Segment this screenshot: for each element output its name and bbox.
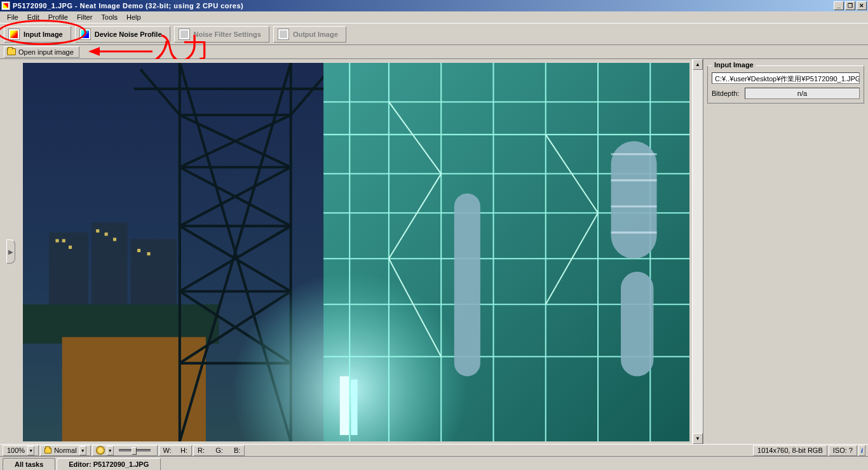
dimensions-readout: W: H: <box>159 445 192 456</box>
menu-filter[interactable]: Filter <box>72 12 97 22</box>
iso-readout: ISO: ? <box>829 445 857 456</box>
tab-input-image-label: Input Image <box>24 30 63 38</box>
bitdepth-value: n/a <box>745 88 860 99</box>
mode-icon <box>44 448 51 453</box>
input-image-group-title: Input Image <box>712 61 756 69</box>
image-viewport-wrap: ▶ <box>0 59 692 444</box>
svg-rect-35 <box>621 272 653 377</box>
zoom-value: 100% <box>7 446 25 454</box>
zoom-dropdown[interactable]: 100% ▼ <box>3 445 39 456</box>
svg-rect-42 <box>351 380 357 435</box>
svg-rect-13 <box>137 249 140 252</box>
menu-edit[interactable]: Edit <box>23 12 44 22</box>
folder-icon <box>7 48 16 55</box>
svg-rect-12 <box>113 238 116 241</box>
height-label: H: <box>180 446 187 454</box>
vertical-scrollbar[interactable]: ▲ ▼ <box>692 59 703 444</box>
annotation-arrow <box>86 43 156 60</box>
input-image-path: C:¥..¥user¥Desktop¥作業用¥P5172090_1.JPG <box>712 72 860 84</box>
output-image-icon <box>278 29 289 40</box>
scroll-up-button[interactable]: ▲ <box>693 59 703 70</box>
image-info-value: 1014x760, 8-bit RGB <box>757 446 823 454</box>
side-panel: Input Image C:¥..¥user¥Desktop¥作業用¥P5172… <box>703 59 868 444</box>
bitdepth-label: Bitdepth: <box>712 90 742 97</box>
tab-editor-label: Editor: P5172090_1.JPG <box>69 460 149 468</box>
dropdown-arrow-icon: ▼ <box>79 446 86 455</box>
svg-marker-1 <box>88 47 100 56</box>
title-bar: P5172090_1.JPG - Neat Image Demo (32-bit… <box>0 0 868 11</box>
dropdown-arrow-icon: ▼ <box>27 446 34 455</box>
device-noise-profile-icon <box>79 29 91 40</box>
menu-help[interactable]: Help <box>122 12 146 22</box>
scroll-down-button[interactable]: ▼ <box>693 433 703 444</box>
expand-side-handle[interactable]: ▶ <box>6 239 15 264</box>
main-tabs-row: Input Image Device Noise Profile Noise F… <box>0 24 868 45</box>
scroll-track[interactable] <box>693 70 703 433</box>
g-label: G: <box>215 446 223 454</box>
open-input-image-button[interactable]: Open input image <box>4 46 79 58</box>
svg-rect-4 <box>92 223 128 311</box>
image-info-readout: 1014x760, 8-bit RGB <box>753 445 827 456</box>
tab-device-noise-profile[interactable]: Device Noise Profile <box>75 26 170 43</box>
svg-rect-41 <box>340 376 349 435</box>
tab-all-tasks[interactable]: All tasks <box>3 458 55 470</box>
close-button[interactable]: ✕ <box>857 1 867 10</box>
tab-output-image-label: Output Image <box>293 30 338 38</box>
tab-output-image[interactable]: Output Image <box>273 26 346 43</box>
toolbar-row: Open input image 入力 <box>0 45 868 59</box>
brightness-icon <box>97 446 104 454</box>
maximize-button[interactable]: ❐ <box>845 1 855 10</box>
open-input-image-label: Open input image <box>18 48 74 56</box>
width-label: W: <box>163 446 172 454</box>
tab-noise-filter-settings-label: Noise Filter Settings <box>194 30 261 38</box>
svg-rect-9 <box>69 246 72 249</box>
svg-rect-14 <box>147 252 150 255</box>
svg-rect-10 <box>96 229 99 232</box>
tab-input-image[interactable]: Input Image <box>4 26 71 43</box>
r-label: R: <box>198 446 205 454</box>
status-bar: 100% ▼ Normal ▼ ▼ W: H: R: G: B: 1014x76… <box>0 444 868 456</box>
minimize-button[interactable]: _ <box>834 1 844 10</box>
app-icon <box>1 1 10 10</box>
svg-rect-3 <box>49 232 88 311</box>
b-label: B: <box>234 446 240 454</box>
rgb-readout: R: G: B: <box>193 445 245 456</box>
svg-rect-11 <box>105 232 108 236</box>
svg-rect-34 <box>611 141 657 258</box>
brightness-slider[interactable] <box>119 449 151 452</box>
svg-rect-8 <box>62 239 65 242</box>
info-button[interactable]: i <box>858 445 865 456</box>
info-icon: i <box>861 446 863 454</box>
menu-bar: File Edit Profile Filter Tools Help <box>0 11 868 24</box>
bottom-tabs: All tasks Editor: P5172090_1.JPG <box>0 456 868 470</box>
view-mode-dropdown[interactable]: Normal ▼ <box>40 445 90 456</box>
menu-file[interactable]: File <box>3 12 23 22</box>
iso-value: ISO: ? <box>833 446 853 454</box>
svg-rect-7 <box>55 239 58 242</box>
menu-profile[interactable]: Profile <box>44 12 72 22</box>
window-title: P5172090_1.JPG - Neat Image Demo (32-bit… <box>13 2 243 10</box>
content-area: ▶ <box>0 59 868 444</box>
noise-filter-settings-icon <box>179 29 190 40</box>
input-image-icon <box>8 29 20 40</box>
svg-rect-36 <box>454 193 480 376</box>
tab-noise-filter-settings[interactable]: Noise Filter Settings <box>174 26 269 43</box>
dropdown-arrow-icon: ▼ <box>107 446 114 455</box>
tab-all-tasks-label: All tasks <box>15 460 43 468</box>
image-viewport[interactable] <box>23 63 689 441</box>
tab-editor[interactable]: Editor: P5172090_1.JPG <box>57 458 161 470</box>
input-image-group: Input Image C:¥..¥user¥Desktop¥作業用¥P5172… <box>707 65 864 104</box>
menu-tools[interactable]: Tools <box>97 12 122 22</box>
view-mode-value: Normal <box>54 446 76 454</box>
tab-device-noise-profile-label: Device Noise Profile <box>95 30 162 38</box>
brightness-control[interactable]: ▼ <box>92 445 158 456</box>
